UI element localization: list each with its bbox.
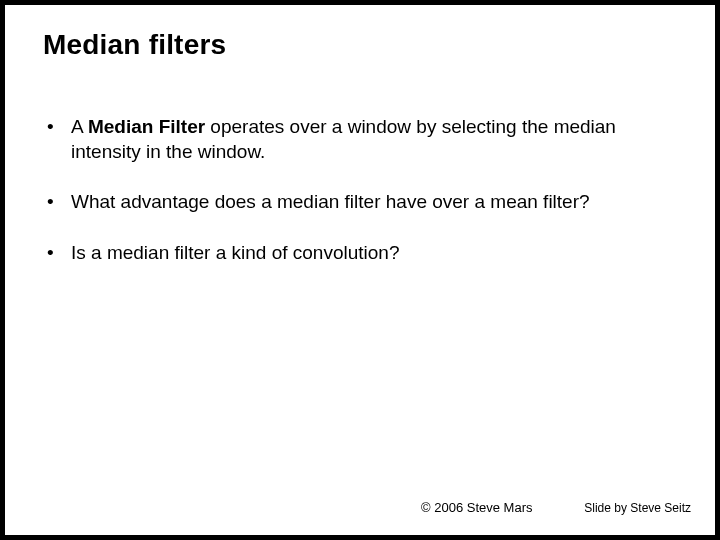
slide-title: Median filters <box>43 29 226 61</box>
list-item: A Median Filter operates over a window b… <box>43 115 679 164</box>
bullet-text-prefix: What advantage does a median filter have… <box>71 191 590 212</box>
footer-attribution: Slide by Steve Seitz <box>582 501 691 515</box>
footer-copyright: © 2006 Steve Mars <box>421 500 532 515</box>
bullet-list: A Median Filter operates over a window b… <box>43 115 679 266</box>
bullet-text-prefix: Is a median filter a kind of convolution… <box>71 242 399 263</box>
bullet-text-bold: Median Filter <box>88 116 205 137</box>
slide: Median filters A Median Filter operates … <box>5 5 715 535</box>
bullet-text-prefix: A <box>71 116 88 137</box>
slide-body: A Median Filter operates over a window b… <box>43 115 679 292</box>
list-item: Is a median filter a kind of convolution… <box>43 241 679 266</box>
list-item: What advantage does a median filter have… <box>43 190 679 215</box>
